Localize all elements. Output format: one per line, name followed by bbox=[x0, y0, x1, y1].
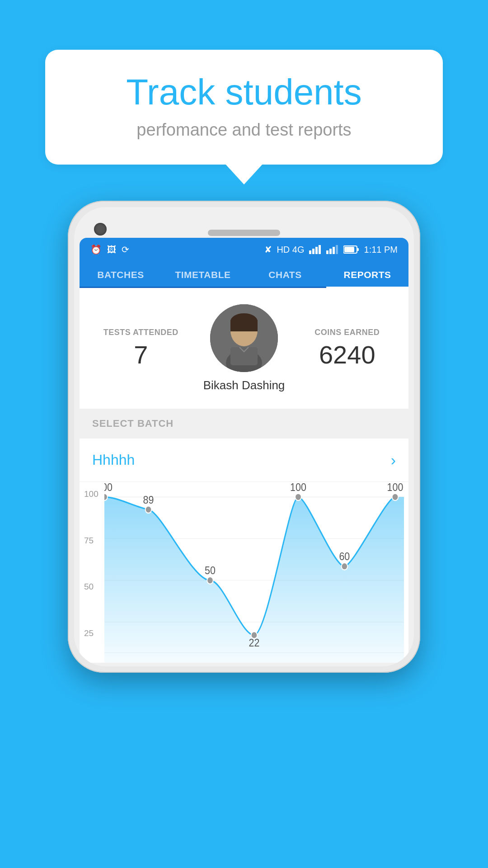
coins-earned-label: COINS EARNED bbox=[300, 328, 394, 337]
svg-rect-4 bbox=[326, 250, 328, 254]
y-label-50: 50 bbox=[84, 582, 99, 592]
line-chart: 100 89 50 22 100 60 100 bbox=[104, 482, 404, 663]
svg-rect-9 bbox=[357, 248, 359, 251]
tooltip-title: Track students bbox=[81, 72, 407, 112]
chart-section: 100 75 50 25 bbox=[80, 482, 408, 663]
tab-timetable[interactable]: TIMETABLE bbox=[162, 261, 244, 287]
svg-rect-14 bbox=[230, 320, 258, 331]
svg-rect-6 bbox=[333, 247, 335, 254]
batch-name: Hhhhh bbox=[92, 452, 135, 468]
svg-point-27 bbox=[342, 563, 348, 570]
chart-label-50: 50 bbox=[205, 564, 216, 577]
phone-screen: ⏰ 🖼 ⟳ ✘ HD 4G bbox=[80, 238, 408, 663]
svg-point-24 bbox=[207, 577, 213, 584]
svg-point-22 bbox=[104, 494, 108, 501]
status-right: ✘ HD 4G bbox=[264, 244, 398, 255]
status-bar: ⏰ 🖼 ⟳ ✘ HD 4G bbox=[80, 238, 408, 261]
network-label: HD 4G bbox=[277, 245, 304, 255]
svg-point-26 bbox=[295, 494, 301, 501]
front-camera bbox=[94, 223, 107, 236]
tab-reports[interactable]: REPORTS bbox=[326, 261, 408, 287]
avatar-image bbox=[210, 304, 278, 372]
tests-attended-block: TESTS ATTENDED 7 bbox=[94, 328, 188, 369]
time-display: 1:11 PM bbox=[364, 245, 398, 255]
signal-icon-2 bbox=[326, 245, 339, 254]
profile-name: Bikash Dashing bbox=[203, 378, 285, 392]
svg-rect-3 bbox=[319, 245, 321, 254]
svg-rect-5 bbox=[329, 249, 332, 254]
profile-section: TESTS ATTENDED 7 bbox=[80, 288, 408, 409]
batch-item[interactable]: Hhhhh › bbox=[80, 439, 408, 482]
coins-earned-block: COINS EARNED 6240 bbox=[300, 328, 394, 369]
bluetooth-icon: ✘ bbox=[264, 244, 272, 255]
svg-rect-1 bbox=[312, 249, 314, 254]
y-label-100: 100 bbox=[84, 489, 99, 499]
tests-attended-label: TESTS ATTENDED bbox=[94, 328, 188, 337]
profile-center: Bikash Dashing bbox=[188, 304, 300, 392]
svg-rect-10 bbox=[344, 247, 354, 252]
alarm-icon: ⏰ bbox=[90, 244, 102, 255]
sync-icon: ⟳ bbox=[122, 244, 129, 255]
svg-rect-16 bbox=[230, 347, 258, 365]
nav-tabs: BATCHES TIMETABLE CHATS REPORTS bbox=[80, 261, 408, 288]
chart-label-100-2: 100 bbox=[290, 482, 306, 493]
select-batch-label: SELECT BATCH bbox=[92, 418, 174, 429]
y-label-25: 25 bbox=[84, 628, 99, 638]
tooltip-card: Track students perfomance and test repor… bbox=[45, 50, 443, 165]
phone-top-area bbox=[78, 211, 410, 238]
chart-label-22: 22 bbox=[249, 637, 260, 649]
svg-rect-2 bbox=[315, 247, 318, 254]
y-label-75: 75 bbox=[84, 536, 99, 546]
chart-label-100-1: 100 bbox=[104, 482, 113, 493]
battery-icon bbox=[343, 245, 360, 254]
chart-label-60: 60 bbox=[339, 550, 350, 563]
svg-rect-7 bbox=[336, 245, 338, 254]
speaker-bar bbox=[208, 230, 280, 236]
avatar bbox=[210, 304, 278, 372]
svg-point-28 bbox=[392, 494, 399, 501]
chart-label-100-3: 100 bbox=[387, 482, 404, 493]
tab-batches[interactable]: BATCHES bbox=[80, 261, 162, 287]
tests-attended-value: 7 bbox=[94, 340, 188, 369]
signal-icon bbox=[309, 245, 322, 254]
svg-point-23 bbox=[145, 506, 152, 513]
image-icon: 🖼 bbox=[107, 245, 116, 255]
chevron-right-icon: › bbox=[391, 451, 396, 469]
svg-rect-0 bbox=[309, 250, 311, 254]
coins-earned-value: 6240 bbox=[300, 340, 394, 369]
tooltip-subtitle: perfomance and test reports bbox=[81, 120, 407, 140]
phone-mockup: ⏰ 🖼 ⟳ ✘ HD 4G bbox=[68, 201, 420, 673]
chart-label-89: 89 bbox=[143, 493, 154, 506]
select-batch-bar: SELECT BATCH bbox=[80, 409, 408, 439]
status-icons-left: ⏰ 🖼 ⟳ bbox=[90, 244, 129, 255]
tab-chats[interactable]: CHATS bbox=[244, 261, 326, 287]
